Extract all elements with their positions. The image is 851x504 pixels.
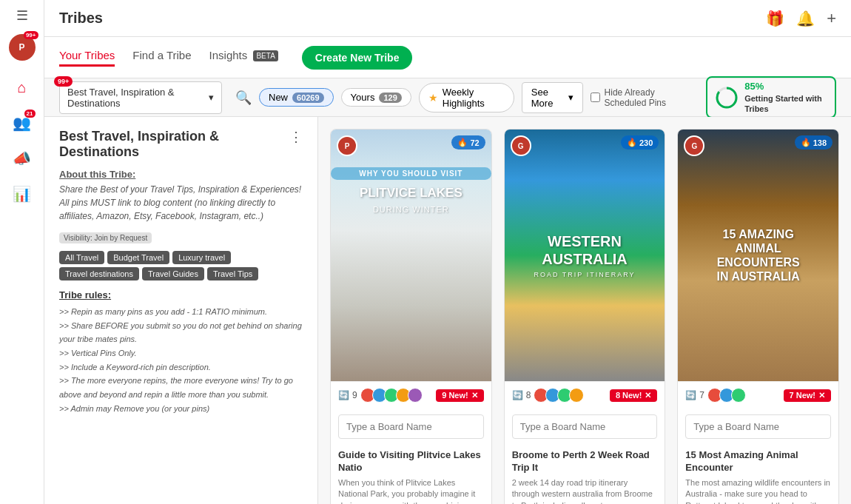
- pins-list: P 🔥 72 WHY YOU SHOULD VISIT PLITVICE LAK…: [330, 129, 839, 504]
- pin-overlay-text: 15 AMAZING ANIMAL ENCOUNTERS IN AUSTRALI…: [678, 130, 838, 381]
- pin-title: 15 Most Amazing Animal Encounter: [678, 445, 838, 477]
- pin-actions: 🔄 9: [331, 381, 491, 409]
- pin-avatars: [534, 388, 584, 403]
- getting-started-text: 85% Getting Started with Tribes: [744, 81, 827, 114]
- chevron-down-icon: ▾: [209, 92, 214, 103]
- tribe-badge: 99+: [54, 76, 73, 87]
- people-badge: 21: [24, 110, 36, 118]
- search-icon[interactable]: 🔍: [235, 90, 252, 106]
- avatar-badge: 99+: [24, 31, 38, 39]
- new-filter-chip[interactable]: New 60269: [259, 88, 334, 107]
- sidebar-nav: ⌂ 👥 21 📣 📊: [7, 73, 37, 209]
- pin-image-container: G 🔥 138 15 AMAZING ANIMAL ENCOUNTERS IN …: [678, 130, 838, 381]
- board-name-input[interactable]: [338, 414, 484, 439]
- pin-overlay-text: WHY YOU SHOULD VISIT PLITVICE LAKES DURI…: [331, 130, 491, 381]
- tribe-tags: All Travel Budget Travel Luxury travel T…: [59, 251, 303, 280]
- new-chip-label: New: [269, 92, 288, 103]
- pin-actions: 🔄 7 7 New!: [678, 381, 838, 409]
- body-area: Best Travel, Inspiration & Destinations …: [44, 117, 851, 504]
- gift-icon[interactable]: 🎁: [766, 10, 784, 27]
- new-badge: 9 New! ✕: [436, 389, 483, 402]
- pin-repins: 🔄 7: [685, 388, 746, 403]
- add-button[interactable]: +: [827, 9, 836, 28]
- pin-card-2: G 🔥 230 WESTERN AUSTRALIA ROAD TRIP ITIN…: [504, 129, 666, 504]
- bell-icon[interactable]: 🔔: [796, 10, 815, 27]
- progress-circle: [715, 86, 739, 110]
- weekly-chip-label: Weekly Highlights: [443, 87, 505, 109]
- hide-scheduled-checkbox[interactable]: [591, 93, 600, 102]
- repin-icon: 🔄: [338, 390, 349, 400]
- pin-overlay-text: WESTERN AUSTRALIA ROAD TRIP ITINERARY: [505, 130, 665, 381]
- sidebar-item-megaphone[interactable]: 📣: [7, 144, 37, 173]
- img-tag: WHY YOU SHOULD VISIT: [331, 167, 491, 180]
- pin-title: Broome to Perth 2 Week Road Trip It: [505, 445, 665, 477]
- hide-scheduled-label[interactable]: Hide Already Scheduled Pins: [591, 87, 699, 108]
- pin-avatar: [408, 388, 423, 403]
- getting-started-widget[interactable]: 85% Getting Started with Tribes: [706, 76, 836, 118]
- tab-find-tribe[interactable]: Find a Tribe: [132, 49, 191, 67]
- pins-grid: P 🔥 72 WHY YOU SHOULD VISIT PLITVICE LAK…: [318, 117, 851, 504]
- close-icon[interactable]: ✕: [818, 391, 825, 400]
- pin-avatar: [569, 388, 584, 403]
- close-icon[interactable]: ✕: [645, 391, 651, 400]
- more-options-icon[interactable]: ⋮: [289, 129, 303, 145]
- close-icon[interactable]: ✕: [471, 391, 478, 400]
- main-content: Tribes 🎁 🔔 + Your Tribes Find a Tribe In…: [44, 0, 851, 504]
- see-more-button[interactable]: See More ▾: [522, 82, 583, 113]
- header-actions: 🎁 🔔 +: [766, 9, 836, 28]
- chevron-down-icon: ▾: [568, 92, 574, 103]
- yours-chip-count: 129: [379, 93, 401, 103]
- tag-luxury-travel: Luxury travel: [172, 251, 231, 264]
- img-title: PLITVICE LAKES: [331, 186, 491, 201]
- tag-budget-travel: Budget Travel: [107, 251, 169, 264]
- weekly-highlights-chip[interactable]: ★ Weekly Highlights: [419, 83, 514, 112]
- about-label: About this Tribe:: [59, 169, 303, 180]
- tag-travel-destinations: Travel destinations: [59, 267, 139, 280]
- pin-card: P 🔥 72 WHY YOU SHOULD VISIT PLITVICE LAK…: [330, 129, 492, 504]
- new-chip-count: 60269: [292, 93, 324, 103]
- board-name-input[interactable]: [512, 414, 658, 439]
- tab-bar: Your Tribes Find a Tribe Insights BETA C…: [44, 37, 851, 78]
- pin-image-container: G 🔥 230 WESTERN AUSTRALIA ROAD TRIP ITIN…: [505, 130, 665, 381]
- getting-started-label: Getting Started with Tribes: [744, 93, 827, 115]
- tab-your-tribes[interactable]: Your Tribes: [59, 49, 115, 67]
- yours-filter-chip[interactable]: Yours 129: [341, 88, 411, 107]
- avatar[interactable]: P 99+: [9, 34, 36, 61]
- tribe-info-panel: Best Travel, Inspiration & Destinations …: [44, 117, 318, 504]
- getting-started-pct: 85%: [744, 81, 827, 93]
- pin-card: G 🔥 230 WESTERN AUSTRALIA ROAD TRIP ITIN…: [504, 129, 666, 504]
- tag-travel-tips: Travel Tips: [207, 267, 258, 280]
- beta-badge: BETA: [253, 50, 278, 61]
- tag-travel-guides: Travel Guides: [142, 267, 204, 280]
- pin-repins: 🔄 9: [338, 388, 423, 403]
- pin-card: G 🔥 138 15 AMAZING ANIMAL ENCOUNTERS IN …: [677, 129, 839, 504]
- board-name-input[interactable]: [685, 414, 831, 439]
- star-icon: ★: [428, 92, 438, 104]
- tab-insights[interactable]: Insights BETA: [209, 49, 278, 67]
- img-sub: ROAD TRIP ITINERARY: [534, 271, 635, 278]
- visibility-badge: Visibility: Join by Request: [59, 232, 152, 243]
- pin-card-1: P 🔥 72 WHY YOU SHOULD VISIT PLITVICE LAK…: [330, 129, 492, 504]
- create-tribe-button[interactable]: Create New Tribe: [302, 46, 413, 70]
- pin-repins: 🔄 8: [512, 388, 585, 403]
- left-sidebar: ☰ P 99+ ⌂ 👥 21 📣 📊: [0, 0, 44, 504]
- hamburger-menu[interactable]: ☰: [16, 7, 28, 24]
- sidebar-item-home[interactable]: ⌂: [7, 73, 37, 102]
- sidebar-item-chart[interactable]: 📊: [7, 179, 37, 209]
- pin-image-container: P 🔥 72 WHY YOU SHOULD VISIT PLITVICE LAK…: [331, 130, 491, 381]
- rules-text: >> Repin as many pins as you add - 1:1 R…: [59, 305, 303, 416]
- pin-description: The most amazing wildlife encounters in …: [678, 477, 838, 504]
- repin-icon: 🔄: [512, 390, 523, 400]
- pin-actions: 🔄 8 8 N: [505, 381, 665, 409]
- tag-all-travel: All Travel: [59, 251, 104, 264]
- tribe-title: Best Travel, Inspiration & Destinations: [59, 129, 289, 160]
- rules-title: Tribe rules:: [59, 289, 303, 300]
- repin-icon: 🔄: [685, 390, 696, 400]
- sidebar-item-people[interactable]: 👥 21: [7, 108, 37, 138]
- panel-header: Best Travel, Inspiration & Destinations …: [59, 129, 303, 169]
- page-title: Tribes: [59, 10, 103, 27]
- top-header: Tribes 🎁 🔔 +: [44, 0, 851, 37]
- tribe-selector[interactable]: 99+ Best Travel, Inspiration & Destinati…: [59, 81, 222, 114]
- tribe-name: Best Travel, Inspiration & Destinations: [67, 87, 204, 109]
- pin-description: When you think of Plitvice Lakes Nationa…: [331, 477, 491, 504]
